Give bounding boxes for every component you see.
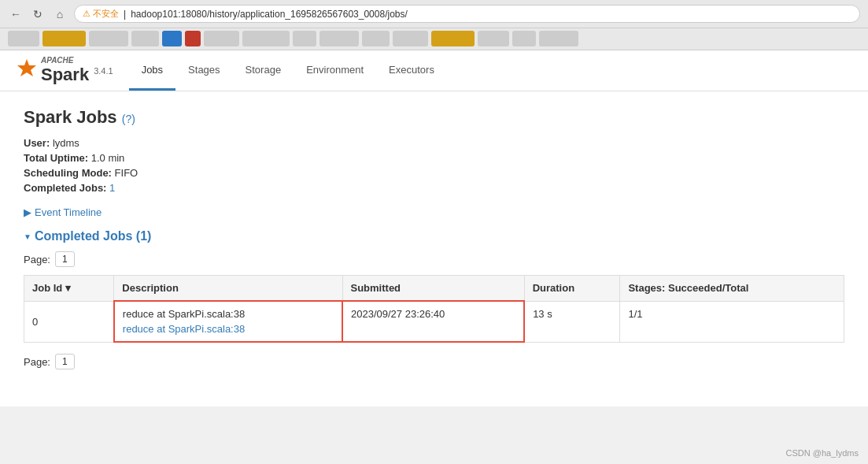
bookmark-13[interactable]	[431, 31, 475, 46]
bookmark-11[interactable]	[362, 31, 390, 46]
bookmark-3[interactable]	[89, 31, 128, 46]
cell-duration: 13 s	[524, 301, 620, 342]
bookmark-7[interactable]	[204, 31, 239, 46]
bookmark-4[interactable]	[131, 31, 159, 46]
spark-logo-text: APACHE Spark	[41, 57, 89, 85]
user-row: User: lydms	[24, 137, 844, 149]
url-separator: |	[124, 9, 126, 20]
col-stages[interactable]: Stages: Succeeded/Total	[620, 276, 844, 302]
page-indicator-top: Page: 1	[24, 251, 844, 267]
bookmark-14[interactable]	[478, 31, 509, 46]
col-submitted[interactable]: Submitted	[342, 276, 524, 302]
bookmark-6[interactable]	[185, 31, 201, 46]
bookmarks-bar	[0, 28, 868, 50]
nav-tab-executors[interactable]: Executors	[376, 50, 447, 91]
page-indicator-bottom: Page: 1	[24, 354, 844, 369]
triangle-right-icon: ▶	[24, 206, 31, 218]
nav-tab-environment[interactable]: Environment	[294, 50, 376, 91]
spark-version: 3.4.1	[94, 66, 113, 76]
home-button[interactable]: ⌂	[52, 6, 68, 22]
desc-link[interactable]: reduce at SparkPi.scala:38	[123, 323, 245, 335]
bookmark-15[interactable]	[512, 31, 536, 46]
table-header: Job Id ▾ Description Submitted Duration …	[24, 276, 844, 302]
bookmark-16[interactable]	[539, 31, 578, 46]
back-button[interactable]: ←	[8, 6, 24, 22]
bookmark-5[interactable]	[162, 31, 182, 46]
cell-submitted: 2023/09/27 23:26:40	[342, 301, 524, 342]
jobs-table: Job Id ▾ Description Submitted Duration …	[24, 275, 844, 343]
bookmark-10[interactable]	[319, 31, 359, 46]
col-job-id[interactable]: Job Id ▾	[24, 276, 114, 302]
page-title: Spark Jobs (?)	[24, 107, 844, 128]
triangle-down-icon: ▼	[24, 232, 31, 241]
main-content: Spark Jobs (?) User: lydms Total Uptime:…	[0, 91, 868, 406]
page-number-bottom[interactable]: 1	[55, 354, 75, 369]
bookmark-9[interactable]	[293, 31, 316, 46]
url-bar[interactable]: ⚠ 不安全 | hadoop101:18080/history/applicat…	[74, 5, 860, 23]
refresh-button[interactable]: ↻	[30, 6, 46, 22]
bookmark-2[interactable]	[42, 31, 86, 46]
completed-jobs-summary: Completed Jobs: 1	[24, 182, 844, 194]
svg-marker-0	[17, 59, 36, 76]
cell-description: reduce at SparkPi.scala:38 reduce at Spa…	[114, 301, 342, 342]
bookmark-1[interactable]	[8, 31, 39, 46]
bookmark-8[interactable]	[242, 31, 290, 46]
event-timeline-toggle[interactable]: ▶ Event Timeline	[24, 206, 844, 218]
help-link[interactable]: (?)	[122, 113, 135, 125]
spark-header: APACHE Spark 3.4.1 Jobs Stages Storage E…	[0, 50, 868, 91]
desc-main-text: reduce at SparkPi.scala:38	[123, 308, 334, 320]
url-text: hadoop101:18080/history/application_1695…	[131, 9, 408, 20]
spark-logo: APACHE Spark 3.4.1	[16, 57, 113, 85]
table-body: 0 reduce at SparkPi.scala:38 reduce at S…	[24, 301, 844, 342]
table-row: 0 reduce at SparkPi.scala:38 reduce at S…	[24, 301, 844, 342]
nav-tab-jobs[interactable]: Jobs	[129, 50, 175, 91]
col-description[interactable]: Description	[114, 276, 342, 302]
spark-star-icon	[16, 58, 38, 84]
nav-tab-storage[interactable]: Storage	[233, 50, 294, 91]
uptime-row: Total Uptime: 1.0 min	[24, 152, 844, 164]
bookmark-12[interactable]	[393, 31, 428, 46]
col-duration[interactable]: Duration	[524, 276, 620, 302]
page-number-top[interactable]: 1	[55, 251, 75, 267]
browser-chrome: ← ↻ ⌂ ⚠ 不安全 | hadoop101:18080/history/ap…	[0, 0, 868, 28]
security-warning: ⚠ 不安全	[83, 8, 119, 20]
table-header-row: Job Id ▾ Description Submitted Duration …	[24, 276, 844, 302]
nav-tabs: Jobs Stages Storage Environment Executor…	[129, 50, 447, 91]
completed-jobs-link[interactable]: 1	[109, 182, 115, 194]
scheduling-row: Scheduling Mode: FIFO	[24, 167, 844, 179]
cell-job-id: 0	[24, 301, 114, 342]
nav-tab-stages[interactable]: Stages	[175, 50, 232, 91]
cell-stages: 1/1	[620, 301, 844, 342]
completed-jobs-section-title: ▼ Completed Jobs (1)	[24, 229, 844, 243]
